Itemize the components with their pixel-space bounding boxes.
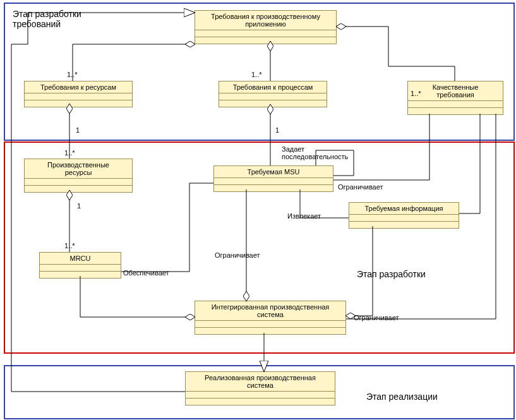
class-op bbox=[408, 108, 503, 114]
class-op bbox=[40, 272, 121, 278]
class-op bbox=[186, 399, 335, 405]
class-attr bbox=[40, 265, 121, 272]
class-attr bbox=[349, 215, 459, 222]
mult-qualreq: 1..* bbox=[411, 90, 421, 97]
class-attr bbox=[195, 321, 345, 328]
mult-reqres: 1..* bbox=[67, 71, 78, 78]
lbl-seq: Задает последовательность bbox=[282, 145, 348, 160]
class-req-info: Требуемая информация bbox=[349, 202, 459, 229]
class-op bbox=[195, 37, 336, 44]
mult-reqproc: 1..* bbox=[251, 71, 262, 78]
class-title: Требования к процессам bbox=[219, 81, 327, 93]
class-op bbox=[195, 328, 345, 334]
lbl-extracts: Извлекает bbox=[287, 212, 321, 220]
class-attr bbox=[214, 178, 333, 185]
class-req-proc: Требования к процессам bbox=[219, 81, 327, 107]
class-title: Требуемая информация bbox=[349, 203, 459, 215]
lbl-constrains-msu: Ограничивает bbox=[338, 183, 383, 191]
mult-mrcu-many: 1..* bbox=[64, 242, 75, 249]
class-qual-req: Качественные требования bbox=[407, 81, 503, 115]
class-title: Требования к производственному приложени… bbox=[195, 11, 336, 30]
mult-reqproc-one: 1 bbox=[275, 126, 279, 134]
mult-prodres-one: 1 bbox=[77, 202, 81, 210]
class-attr bbox=[195, 30, 336, 37]
class-prod-res: Производственные ресурсы bbox=[24, 159, 133, 193]
class-title: Качественные требования bbox=[408, 81, 503, 101]
class-attr bbox=[25, 179, 132, 186]
class-mrcu: MRCU bbox=[39, 252, 121, 279]
class-op bbox=[214, 185, 333, 191]
class-op bbox=[219, 100, 327, 107]
label-realization-stage: Этап реализации bbox=[366, 392, 438, 402]
class-title: Производственные ресурсы bbox=[25, 159, 132, 179]
diagram-canvas: Этап разработки требований Этап разработ… bbox=[0, 0, 516, 420]
label-development-stage: Этап разработки bbox=[357, 269, 426, 279]
class-attr bbox=[25, 93, 132, 100]
class-title: Требуемая MSU bbox=[214, 166, 333, 178]
class-attr bbox=[186, 392, 335, 399]
class-attr bbox=[408, 101, 503, 108]
class-req-app: Требования к производственному приложени… bbox=[195, 10, 337, 44]
class-real-sys: Реализованная производственная система bbox=[185, 371, 335, 405]
mult-reqres-one: 1 bbox=[76, 126, 80, 134]
label-requirements-stage: Этап разработки требований bbox=[13, 9, 81, 29]
mult-prodres-many: 1..* bbox=[64, 149, 75, 157]
class-title: MRCU bbox=[40, 253, 121, 265]
class-ips: Интегрированная производственная система bbox=[195, 301, 346, 335]
class-op bbox=[25, 100, 132, 107]
class-req-res: Требования к ресурсам bbox=[24, 81, 133, 107]
lbl-provides: Обеспечивает bbox=[123, 269, 169, 277]
lbl-constrains-info: Ограничивает bbox=[215, 251, 260, 259]
class-req-msu: Требуемая MSU bbox=[213, 165, 333, 192]
class-op bbox=[349, 222, 459, 228]
class-title: Реализованная производственная система bbox=[186, 372, 335, 392]
class-op bbox=[25, 186, 132, 192]
lbl-constrains-ips: Ограничивает bbox=[354, 314, 399, 321]
class-title: Интегрированная производственная система bbox=[195, 301, 345, 321]
class-title: Требования к ресурсам bbox=[25, 81, 132, 93]
class-attr bbox=[219, 93, 327, 100]
